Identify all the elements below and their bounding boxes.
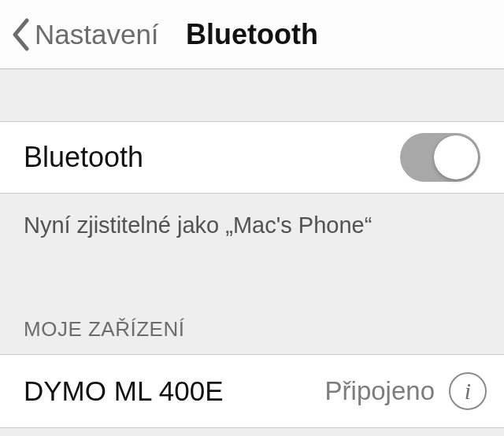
switch-knob bbox=[434, 135, 478, 179]
section-my-devices: MOJE ZAŘÍZENÍ bbox=[0, 246, 504, 354]
device-row[interactable]: DYMO ML 400E Připojeno i bbox=[0, 354, 504, 428]
bluetooth-switch[interactable] bbox=[400, 133, 480, 182]
bluetooth-toggle-row: Bluetooth bbox=[0, 121, 504, 194]
back-button[interactable]: Nastavení bbox=[0, 18, 159, 51]
info-icon: i bbox=[465, 379, 471, 403]
device-info-button[interactable]: i bbox=[449, 372, 487, 410]
device-name: DYMO ML 400E bbox=[24, 375, 325, 407]
page-title: Bluetooth bbox=[186, 18, 318, 51]
discoverable-note: Nyní zjistitelné jako „Mac's Phone“ bbox=[0, 194, 504, 246]
chevron-left-icon bbox=[11, 18, 30, 51]
spacer bbox=[0, 69, 504, 121]
bluetooth-toggle-label: Bluetooth bbox=[24, 141, 400, 174]
nav-header: Nastavení Bluetooth bbox=[0, 0, 504, 69]
device-status: Připojeno bbox=[325, 376, 435, 406]
back-label: Nastavení bbox=[35, 19, 159, 50]
